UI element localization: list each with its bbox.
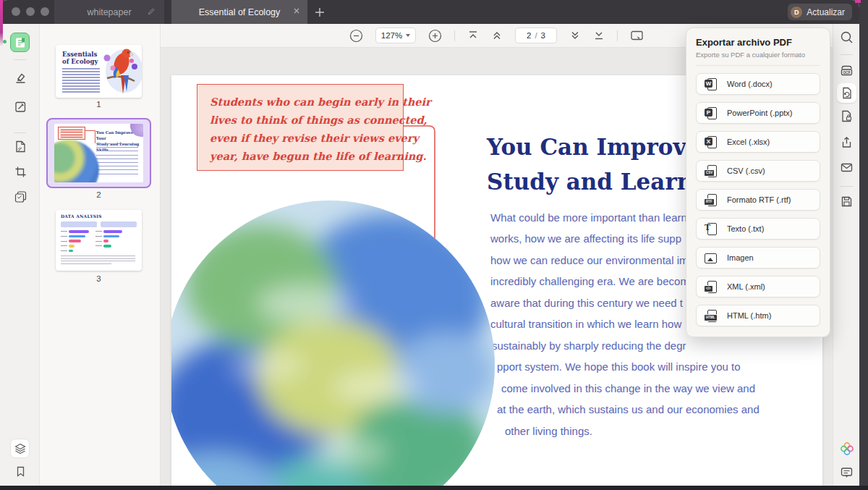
page-indicator[interactable]: 2 / 3	[515, 28, 557, 43]
export-format-label: Excel (.xlsx)	[727, 138, 770, 146]
sidebar-item-stamp[interactable]	[12, 188, 28, 204]
tool-share[interactable]	[839, 135, 854, 150]
close-window-button[interactable]	[12, 7, 20, 16]
excel-icon	[705, 136, 718, 148]
edit-icon	[148, 7, 156, 15]
thumb1-textlines	[62, 68, 100, 94]
export-panel: Exportar archivo PDF Exporte su PDF a cu…	[686, 28, 830, 337]
zoom-in-button[interactable]	[428, 29, 442, 43]
minimize-window-button[interactable]	[26, 7, 35, 16]
sidebar-item-annotate[interactable]	[12, 69, 28, 85]
body-text-line: at the earth, which sustains us and our …	[497, 403, 760, 415]
sidebar-item-watermark[interactable]	[12, 138, 28, 154]
zoom-level-value: 127%	[381, 31, 402, 40]
export-format-label: XML (.xml)	[727, 282, 765, 291]
page-number-2: 2	[56, 190, 142, 199]
desktop-edge	[0, 486, 868, 490]
thumb3-title: DATA ANALYSIS	[61, 214, 137, 219]
thumb2-connector	[85, 130, 95, 143]
page-thumbnail-3[interactable]: DATA ANALYSIS	[56, 210, 142, 271]
tool-ai-assistant[interactable]	[839, 441, 854, 456]
export-format-button[interactable]: PowerPoint (.pptx)	[696, 102, 820, 124]
body-text-line: other living things.	[505, 425, 592, 437]
presentation-mode-button[interactable]	[630, 30, 644, 42]
ocr-icon: OCR	[839, 63, 854, 78]
body-text-line: pport system. We hope this book will ins…	[497, 360, 741, 373]
sidebar-item-edit[interactable]	[12, 98, 28, 114]
sidebar-item-thumbnails[interactable]	[10, 33, 30, 52]
export-format-label: Word (.docx)	[727, 80, 773, 88]
tab-essential-of-ecology[interactable]: Essential of Ecology	[171, 0, 307, 24]
export-format-button[interactable]: Imagen	[696, 247, 820, 269]
export-format-label: CSV (.csv)	[727, 166, 765, 175]
comment-icon	[840, 466, 854, 480]
quote-callout[interactable]: Students who can begin early in theirliv…	[197, 84, 404, 171]
body-text-line: how we can reduce our environmental im	[490, 254, 688, 266]
divider	[454, 30, 455, 41]
quote-text-line: lives to think of things as connected,	[210, 111, 403, 129]
earth-illustration	[171, 195, 500, 486]
zoom-window-button[interactable]	[41, 7, 49, 16]
thumb2-quote-box	[58, 127, 85, 140]
convert-icon	[840, 86, 854, 100]
highlighter-icon	[14, 71, 27, 85]
right-toolbar: OCR	[833, 24, 859, 486]
page-up-button[interactable]	[491, 30, 503, 41]
tool-convert-active[interactable]	[837, 83, 856, 103]
body-text-line: aware that during this century we need t	[490, 297, 683, 309]
export-format-button[interactable]: Formato RTF (.rtf)	[696, 189, 820, 211]
page-thumbnail-2-selected[interactable]: You Can Improve YourStudy and Learning S…	[46, 118, 151, 188]
tool-search[interactable]	[839, 30, 854, 45]
page-thumbnail-1[interactable]: Essentialsof Ecology	[56, 45, 142, 98]
total-pages: 3	[541, 31, 545, 40]
save-icon	[840, 195, 854, 208]
tool-mail[interactable]	[839, 160, 854, 175]
account-button[interactable]: D Actualizar	[788, 4, 852, 20]
scroll-top-button[interactable]	[467, 30, 479, 41]
tool-comments[interactable]	[839, 465, 854, 481]
app-window: whitepaper Essential of Ecology D Actual…	[0, 0, 859, 486]
export-panel-subtitle: Exporte su PDF a cualquier formato	[696, 51, 820, 66]
thumb3-table-headers	[61, 221, 137, 227]
html-icon	[705, 310, 718, 321]
word-icon	[705, 78, 718, 90]
export-format-button[interactable]: CSV (.csv)	[696, 160, 820, 182]
sidebar-item-crop[interactable]	[12, 164, 28, 179]
avatar: D	[791, 7, 802, 18]
csv-icon	[705, 165, 718, 177]
tab-whitepaper[interactable]: whitepaper	[54, 0, 164, 24]
divider	[14, 59, 26, 60]
account-label: Actualizar	[807, 7, 845, 17]
export-format-button[interactable]: Excel (.xlsx)	[696, 131, 820, 153]
image-icon	[705, 252, 718, 263]
bookmark-icon	[14, 465, 27, 478]
crop-icon	[14, 165, 27, 179]
thumb3-textlines	[61, 255, 137, 264]
tool-ocr[interactable]: OCR	[839, 63, 854, 78]
export-format-label: Imagen	[727, 253, 754, 262]
export-panel-title: Exportar archivo PDF	[696, 37, 820, 48]
current-page: 2	[527, 31, 531, 40]
rtf-icon	[705, 194, 718, 206]
sidebar-item-layers[interactable]	[10, 439, 30, 458]
quote-text-line: year, have begun the life of learning.	[210, 147, 403, 165]
export-format-button[interactable]: HTML (.htm)	[696, 305, 820, 326]
zoom-out-button[interactable]	[349, 29, 363, 43]
titlebar: whitepaper Essential of Ecology D Actual…	[0, 0, 859, 24]
export-format-button[interactable]: Texto (.txt)	[696, 218, 820, 240]
new-tab-button[interactable]	[313, 6, 326, 19]
sidebar-item-bookmark[interactable]	[12, 463, 28, 479]
close-tab-icon[interactable]	[293, 7, 300, 14]
page-down-button[interactable]	[569, 30, 581, 41]
export-format-button[interactable]: Word (.docx)	[696, 73, 820, 95]
scroll-bottom-button[interactable]	[593, 30, 605, 41]
export-format-list: Word (.docx) PowerPoint (.pptx) Excel (.…	[696, 73, 820, 326]
zoom-level-select[interactable]: 127%	[375, 28, 416, 43]
body-text-line: cultural transition in which we learn ho…	[490, 318, 681, 330]
tool-save[interactable]	[839, 194, 854, 209]
export-format-button[interactable]: XML (.xml)	[696, 276, 820, 297]
tool-protect[interactable]	[839, 109, 854, 124]
quote-text-line: Students who can begin early in their	[210, 93, 403, 111]
desktop-accent	[855, 0, 861, 3]
thumb2-textlines	[96, 143, 138, 177]
